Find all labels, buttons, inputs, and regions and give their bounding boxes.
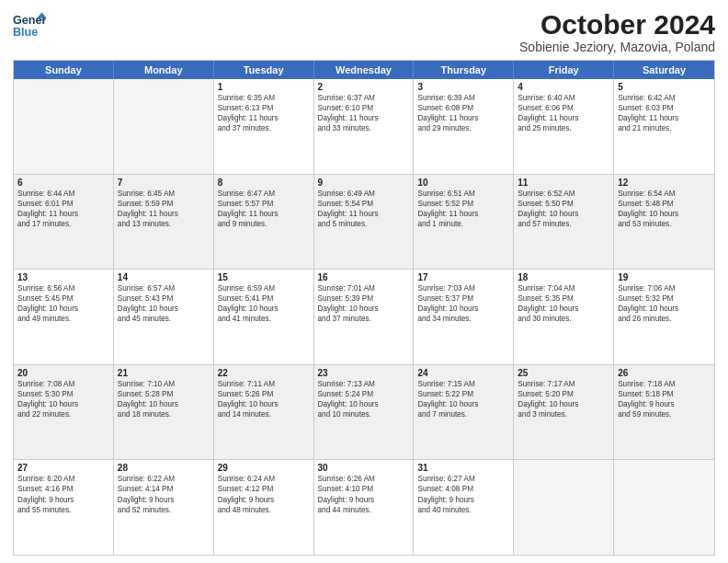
week-row-2: 6Sunrise: 6:44 AMSunset: 6:01 PMDaylight…	[14, 175, 714, 270]
day-number: 8	[218, 178, 310, 188]
cell-info-line: Sunset: 5:41 PM	[218, 293, 310, 304]
day-cell-12: 12Sunrise: 6:54 AMSunset: 5:48 PMDayligh…	[614, 175, 714, 270]
day-number: 27	[17, 463, 109, 473]
cell-info-line: Daylight: 11 hours	[218, 113, 310, 123]
cell-info-line: and 37 minutes.	[318, 314, 410, 324]
cell-info-line: Daylight: 11 hours	[518, 113, 609, 123]
day-number: 13	[17, 272, 109, 282]
day-header-saturday: Saturday	[614, 61, 714, 79]
day-cell-28: 28Sunrise: 6:22 AMSunset: 4:14 PMDayligh…	[114, 460, 214, 555]
cell-info-line: Daylight: 9 hours	[218, 495, 310, 505]
cell-info-line: Sunrise: 6:39 AM	[417, 93, 509, 103]
empty-cell	[514, 460, 614, 555]
cell-info-line: and 26 minutes.	[618, 314, 711, 324]
day-number: 9	[318, 178, 410, 188]
day-number: 19	[618, 272, 711, 282]
cell-info-line: and 55 minutes.	[17, 505, 109, 515]
cell-info-line: Daylight: 10 hours	[218, 304, 310, 314]
cell-info-line: Daylight: 11 hours	[17, 209, 109, 219]
cell-info-line: and 18 minutes.	[118, 409, 210, 419]
cell-info-line: and 37 minutes.	[218, 123, 310, 133]
cell-info-line: and 57 minutes.	[518, 219, 609, 229]
cell-info-line: Sunset: 6:10 PM	[318, 103, 410, 113]
cell-info-line: and 52 minutes.	[118, 505, 210, 515]
cell-info-line: and 59 minutes.	[618, 409, 711, 419]
day-header-sunday: Sunday	[14, 61, 114, 79]
cell-info-line: and 41 minutes.	[218, 314, 310, 324]
cell-info-line: Sunset: 5:59 PM	[118, 199, 210, 209]
day-number: 6	[17, 178, 109, 188]
cell-info-line: Sunrise: 7:13 AM	[318, 379, 410, 389]
cell-info-line: Sunrise: 6:54 AM	[618, 189, 711, 199]
day-cell-29: 29Sunrise: 6:24 AMSunset: 4:12 PMDayligh…	[214, 460, 314, 555]
day-number: 31	[417, 463, 509, 473]
day-cell-9: 9Sunrise: 6:49 AMSunset: 5:54 PMDaylight…	[314, 175, 415, 270]
cell-info-line: Daylight: 10 hours	[17, 304, 109, 314]
cell-info-line: Sunrise: 6:22 AM	[118, 474, 210, 484]
cell-info-line: and 48 minutes.	[218, 505, 310, 515]
day-cell-6: 6Sunrise: 6:44 AMSunset: 6:01 PMDaylight…	[14, 175, 114, 270]
cell-info-line: Sunset: 5:45 PM	[17, 293, 109, 304]
cell-info-line: and 30 minutes.	[518, 314, 609, 324]
day-cell-21: 21Sunrise: 7:10 AMSunset: 5:28 PMDayligh…	[114, 365, 214, 460]
cell-info-line: Daylight: 10 hours	[618, 209, 711, 219]
cell-info-line: and 9 minutes.	[218, 219, 310, 229]
cell-info-line: Sunrise: 6:37 AM	[318, 93, 410, 103]
week-row-4: 20Sunrise: 7:08 AMSunset: 5:30 PMDayligh…	[14, 365, 714, 461]
title-block: October 2024 Sobienie Jeziory, Mazovia, …	[519, 9, 715, 54]
logo: General Blue	[13, 9, 46, 42]
cell-info-line: Daylight: 10 hours	[118, 399, 210, 409]
cell-info-line: Daylight: 9 hours	[118, 495, 210, 505]
day-cell-10: 10Sunrise: 6:51 AMSunset: 5:52 PMDayligh…	[414, 175, 514, 270]
day-cell-16: 16Sunrise: 7:01 AMSunset: 5:39 PMDayligh…	[314, 270, 415, 364]
cell-info-line: Sunrise: 6:45 AM	[118, 189, 210, 199]
day-cell-31: 31Sunrise: 6:27 AMSunset: 4:08 PMDayligh…	[414, 460, 514, 555]
cell-info-line: Sunrise: 6:27 AM	[417, 474, 509, 484]
cell-info-line: Sunrise: 6:44 AM	[17, 189, 109, 199]
cell-info-line: Sunrise: 7:01 AM	[318, 283, 410, 293]
main-title: October 2024	[519, 9, 715, 40]
day-number: 12	[618, 178, 711, 188]
cell-info-line: Sunset: 6:01 PM	[17, 199, 109, 209]
cell-info-line: Sunrise: 7:17 AM	[518, 379, 609, 389]
day-number: 25	[518, 368, 609, 378]
day-cell-19: 19Sunrise: 7:06 AMSunset: 5:32 PMDayligh…	[614, 270, 714, 364]
empty-cell	[614, 460, 714, 555]
day-cell-22: 22Sunrise: 7:11 AMSunset: 5:26 PMDayligh…	[214, 365, 314, 460]
day-cell-30: 30Sunrise: 6:26 AMSunset: 4:10 PMDayligh…	[314, 460, 415, 555]
cell-info-line: Daylight: 10 hours	[618, 304, 711, 314]
day-cell-4: 4Sunrise: 6:40 AMSunset: 6:06 PMDaylight…	[514, 79, 614, 174]
cell-info-line: Sunrise: 7:06 AM	[618, 283, 711, 293]
cell-info-line: and 45 minutes.	[118, 314, 210, 324]
day-cell-20: 20Sunrise: 7:08 AMSunset: 5:30 PMDayligh…	[14, 365, 114, 460]
cell-info-line: Sunrise: 6:59 AM	[218, 283, 310, 293]
cell-info-line: Sunrise: 6:40 AM	[518, 93, 609, 103]
day-number: 16	[318, 272, 410, 282]
cell-info-line: Sunset: 4:12 PM	[218, 484, 310, 494]
subtitle: Sobienie Jeziory, Mazovia, Poland	[519, 40, 715, 54]
cell-info-line: Sunset: 6:03 PM	[618, 103, 711, 113]
day-cell-1: 1Sunrise: 6:35 AMSunset: 6:13 PMDaylight…	[214, 79, 314, 174]
cell-info-line: Sunset: 5:37 PM	[417, 293, 509, 304]
cell-info-line: Sunrise: 7:18 AM	[618, 379, 711, 389]
day-number: 20	[17, 368, 109, 378]
cell-info-line: Sunset: 5:54 PM	[318, 199, 410, 209]
cell-info-line: and 33 minutes.	[318, 123, 410, 133]
cell-info-line: Sunset: 5:39 PM	[318, 293, 410, 304]
cell-info-line: and 1 minute.	[417, 219, 509, 229]
cell-info-line: Sunset: 6:06 PM	[518, 103, 609, 113]
day-number: 30	[318, 463, 410, 473]
day-number: 14	[118, 272, 210, 282]
cell-info-line: Sunrise: 7:08 AM	[17, 379, 109, 389]
cell-info-line: Sunset: 6:08 PM	[417, 103, 509, 113]
svg-marker-3	[38, 17, 46, 21]
day-header-thursday: Thursday	[414, 61, 514, 79]
week-row-3: 13Sunrise: 6:56 AMSunset: 5:45 PMDayligh…	[14, 270, 714, 365]
svg-text:Blue: Blue	[13, 26, 38, 39]
day-number: 10	[417, 178, 509, 188]
cell-info-line: Sunset: 5:20 PM	[518, 389, 609, 399]
cell-info-line: Sunset: 4:16 PM	[17, 484, 109, 494]
cell-info-line: Sunset: 5:52 PM	[417, 199, 509, 209]
cell-info-line: Sunrise: 6:51 AM	[417, 189, 509, 199]
day-cell-3: 3Sunrise: 6:39 AMSunset: 6:08 PMDaylight…	[414, 79, 514, 174]
